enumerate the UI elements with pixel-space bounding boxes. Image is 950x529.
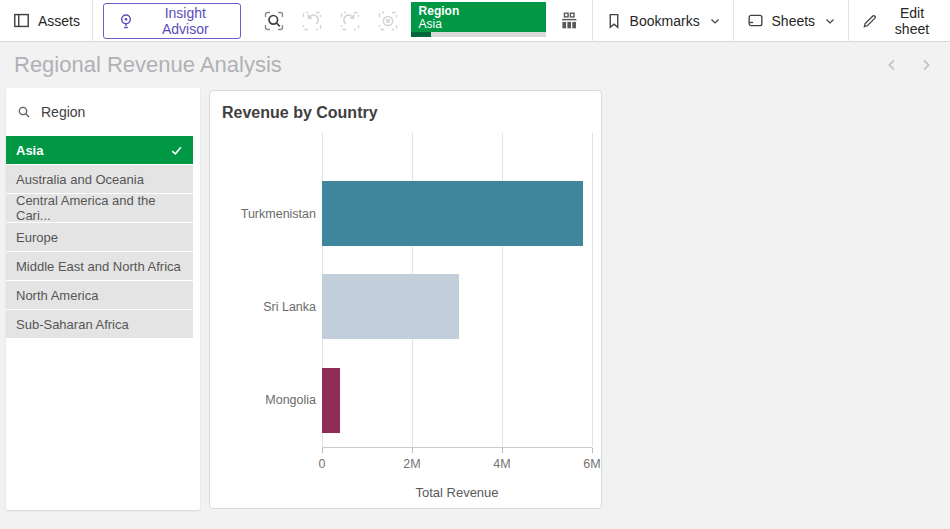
list-item-label: Australia and Oceania [16,172,144,187]
category-label: Mongolia [265,393,316,407]
redo-icon [338,9,362,33]
axis-tick [322,448,323,453]
bar-mongolia[interactable] [322,368,340,433]
next-sheet-button[interactable] [914,53,938,77]
plot-area: Turkmenistan Sri Lanka Mongolia [322,133,592,447]
selections-toolbar [251,8,411,34]
sheet-title: Regional Revenue Analysis [0,52,880,78]
filter-header[interactable]: Region [6,88,200,136]
axis-tick [592,448,593,453]
axis-tick [412,448,413,453]
lightbulb-icon [116,11,136,31]
checkmark-icon [170,144,183,157]
revenue-by-country-chart: Revenue by Country Turkmenistan Sri Lank… [209,90,602,509]
sheets-button[interactable]: Sheets [734,0,849,41]
list-item-label: North America [16,288,98,303]
chart-title: Revenue by Country [210,91,601,122]
list-item-label: Europe [16,230,58,245]
chevron-down-icon [824,15,836,27]
edit-sheet-label: Edit sheet [886,5,938,37]
sheet-navigation [880,53,950,77]
selection-chip-value: Asia [419,18,538,31]
bookmarks-button[interactable]: Bookmarks [593,0,733,41]
bar-row: Mongolia [322,354,592,447]
assets-label: Assets [38,13,80,29]
sheets-label: Sheets [772,13,816,29]
redo-button[interactable] [337,8,363,34]
undo-button[interactable] [299,8,325,34]
list-item-middle-east-north-africa[interactable]: Middle East and North Africa [6,252,193,280]
pencil-icon [861,12,879,30]
smart-search-button[interactable] [261,8,287,34]
x-tick-labels: 0 2M 4M 6M [322,457,592,473]
grid-icon [558,10,580,32]
undo-icon [300,9,324,33]
list-item-sub-saharan-africa[interactable]: Sub-Saharan Africa [6,310,193,338]
list-item-label: Central America and the Cari... [16,193,183,223]
app-overview-button[interactable] [546,0,592,41]
list-item-asia[interactable]: Asia [6,136,193,164]
clear-selections-icon [376,9,400,33]
list-item-label: Middle East and North Africa [16,259,181,274]
edit-sheet-button[interactable]: Edit sheet [849,0,950,41]
tick-label: 0 [319,457,326,471]
insight-advisor-button[interactable]: Insight Advisor [103,3,241,39]
bars-container: Turkmenistan Sri Lanka Mongolia [322,167,592,447]
list-item-label: Asia [16,143,43,158]
bookmark-icon [605,12,623,30]
previous-sheet-button[interactable] [880,53,904,77]
region-list: Asia Australia and Oceania Central Ameri… [6,136,200,338]
list-item-australia-and-oceania[interactable]: Australia and Oceania [6,165,193,193]
bar-row: Sri Lanka [322,260,592,353]
gridline [592,133,593,447]
tick-label: 6M [583,457,600,471]
toolbar: Assets Insight Advisor [0,0,950,42]
region-filter-panel: Region Asia Australia and Oceania Centra… [6,88,200,510]
list-item-central-america[interactable]: Central America and the Cari... [6,194,193,222]
list-item-north-america[interactable]: North America [6,281,193,309]
sheet-header: Regional Revenue Analysis [0,42,950,88]
chevron-down-icon [709,15,721,27]
chevron-right-icon [918,57,934,73]
clear-selections-button[interactable] [375,8,401,34]
sidebar-panel-icon [12,11,31,30]
bar-sri-lanka[interactable] [322,274,459,339]
chevron-left-icon [884,57,900,73]
assets-button[interactable]: Assets [0,0,92,41]
x-axis-title: Total Revenue [322,485,592,500]
bookmarks-label: Bookmarks [630,13,700,29]
list-item-europe[interactable]: Europe [6,223,193,251]
selection-chip-progress-fill [411,32,431,37]
axis-tick [502,448,503,453]
bar-row: Turkmenistan [322,167,592,260]
selection-chip-progress [411,32,546,37]
selection-chip-field: Region [419,4,538,18]
list-item-label: Sub-Saharan Africa [16,317,129,332]
search-icon [16,104,32,120]
tick-label: 4M [493,457,510,471]
tick-label: 2M [403,457,420,471]
category-label: Sri Lanka [263,300,316,314]
category-label: Turkmenistan [241,207,316,221]
x-axis [322,447,592,453]
search-icon [262,9,286,33]
filter-field-title: Region [41,104,85,120]
insight-advisor-label: Insight Advisor [143,5,228,37]
bar-turkmenistan[interactable] [322,181,583,246]
sheets-icon [746,11,765,30]
selection-chip-region[interactable]: Region Asia [411,2,546,37]
toolbar-separator [92,0,93,42]
sheet-content: Region Asia Australia and Oceania Centra… [0,88,950,529]
selection-chip-body: Region Asia [411,2,546,32]
